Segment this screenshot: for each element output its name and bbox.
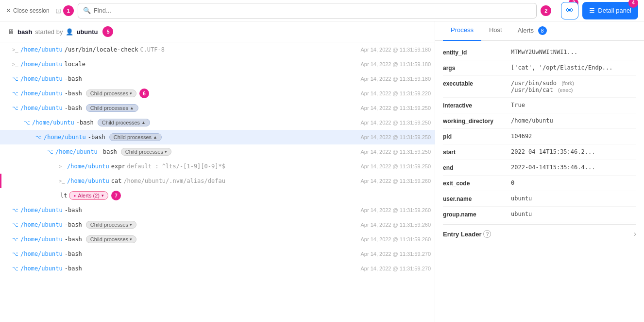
top-bar: ✕ Close session ⊡ 1 🔍 2 3 👁 4 ☰ Detail p… [0,0,644,21]
detail-row: args['cat', '/opt/Elastic/Endp... [443,60,636,76]
detail-row: user.nameubuntu [443,191,636,207]
tab-process[interactable]: Process [443,21,481,41]
row-path: /home/ubuntu [20,236,63,243]
started-by-label: started by [35,28,63,36]
process-icon: ⌥ [47,149,53,155]
chevron-icon: ▾ [165,149,167,154]
process-icon: ⌥ [12,207,18,214]
child-processes-badge[interactable]: Child processes ▾ [86,235,136,243]
process-row[interactable]: ⌥/home/ubuntu -bashChild processes ▲Apr … [0,115,435,130]
detail-value: /usr/bin/sudo (fork)/usr/bin/cat (exec) [511,80,574,93]
entry-leader-label: Entry Leader [443,231,481,238]
tab-host[interactable]: Host [481,21,510,41]
process-row[interactable]: >_/home/ubuntu cat /home/ubuntu/.nvm/ali… [0,174,435,188]
process-row[interactable]: ⌥/home/ubuntu -bashApr 14, 2022 @ 11:31:… [0,203,435,217]
child-processes-label: Child processes [90,222,128,228]
detail-label: group.name [443,211,511,218]
row-timestamp: Apr 14, 2022 @ 11:31:59.180 [356,47,431,53]
row-timestamp: Apr 14, 2022 @ 11:31:59.250 [356,149,431,155]
detail-row: executable/usr/bin/sudo (fork)/usr/bin/c… [443,76,636,98]
row-cmd: -bash [76,119,94,126]
child-processes-badge[interactable]: Child processes ▾ [86,89,136,97]
process-row[interactable]: ⌥/home/ubuntu -bashChild processes ▾Apr … [0,217,435,232]
row-cmd: lt [60,192,67,199]
shell-icon: >_ [12,47,18,53]
entry-leader-row[interactable]: Entry Leader ? › [443,224,636,243]
detail-label: args [443,64,511,72]
search-icon: 🔍 [83,7,91,14]
process-row[interactable]: >_/home/ubuntu expr default : ^lts/-[1-9… [0,159,435,174]
process-row[interactable]: ⌥/home/ubuntu -bashApr 14, 2022 @ 11:31:… [0,261,435,276]
badge-5: 5 [102,26,113,37]
process-row[interactable]: ⌥/home/ubuntu -bashApr 14, 2022 @ 11:31:… [0,247,435,261]
detail-label: executable [443,80,511,87]
row-cmd: -bash [65,236,82,243]
detail-value: /home/ubuntu [511,117,553,124]
child-processes-badge[interactable]: Child processes ▾ [121,148,171,156]
alert-red-bar [0,174,1,188]
top-right-actions: 3 👁 4 ☰ Detail panel [561,2,638,19]
row-cmd: -bash [65,250,82,257]
process-row[interactable]: ⌥/home/ubuntu -bashChild processes ▲Apr … [0,130,435,144]
close-session-button[interactable]: ✕ Close session [6,7,50,14]
row-timestamp: Apr 14, 2022 @ 11:31:59.260 [356,222,431,228]
child-processes-label: Child processes [125,149,163,155]
process-row[interactable]: ⌥/home/ubuntu -bashChild processes ▲Apr … [0,101,435,115]
detail-value: 2022-04-14T15:35:46.2... [511,148,595,155]
row-path: /home/ubuntu [55,148,98,155]
child-processes-badge[interactable]: Child processes ▲ [109,133,162,141]
close-icon: ✕ [6,7,11,14]
process-row[interactable]: ⌥/home/ubuntu -bashApr 14, 2022 @ 11:31:… [0,72,435,86]
row-path: /home/ubuntu [20,207,63,214]
child-processes-label: Child processes [90,236,128,242]
process-row[interactable]: ⌥/home/ubuntu -bashChild processes ▾Apr … [0,232,435,247]
detail-panel-btn-wrapper: 4 ☰ Detail panel [582,2,638,19]
child-processes-label: Child processes [114,134,152,140]
detail-row: interactiveTrue [443,98,636,113]
detail-value: MTMwY2UwNWItNWI1... [511,49,577,55]
child-processes-badge[interactable]: Child processes ▲ [86,104,138,112]
row-timestamp: Apr 14, 2022 @ 11:31:59.180 [356,76,431,82]
process-row[interactable]: lt●Alerts (2) ▾7 [0,188,435,203]
process-row[interactable]: >_/home/ubuntu /usr/bin/locale-check C.U… [0,42,435,57]
row-path: /home/ubuntu [20,250,63,257]
process-icon: ⌥ [23,120,30,126]
exec-label: (exec) [558,87,573,93]
shell-icon: >_ [58,178,65,184]
process-icon: ⌥ [35,134,42,141]
row-timestamp: Apr 14, 2022 @ 11:31:59.270 [356,251,431,257]
detail-label: working_directory [443,117,511,125]
process-row[interactable]: >_/home/ubuntu localeApr 14, 2022 @ 11:3… [0,57,435,72]
row-path: /home/ubuntu [20,46,63,53]
detail-row: exit_code0 [443,176,636,191]
row-cmd: cat [111,178,122,184]
process-icon: ⌥ [12,105,18,111]
detail-label: exit_code [443,179,511,187]
row-timestamp: Apr 14, 2022 @ 11:31:59.250 [356,163,431,169]
row-args: C.UTF-8 [140,46,165,53]
row-cmd: -bash [65,90,82,97]
search-input[interactable] [94,7,532,14]
tab-alerts[interactable]: Alerts 8 [510,21,555,41]
process-row[interactable]: ⌥/home/ubuntu -bashChild processes ▾6Apr… [0,86,435,101]
chevron-icon: ▾ [130,237,132,242]
row-path: /home/ubuntu [67,178,109,184]
shell-icon: >_ [12,61,18,67]
detail-label: user.name [443,195,511,202]
help-icon[interactable]: ? [483,230,491,238]
row-args: /home/ubuntu/.nvm/alias/defau [123,178,225,184]
alerts-badge[interactable]: ●Alerts (2) ▾ [69,191,108,200]
row-path: /home/ubuntu [44,134,86,141]
right-panel: Process Host Alerts 8 entity_idMTMwY2UwN… [435,21,644,322]
eye-btn-wrapper: 3 👁 [561,2,578,19]
row-cmd: -bash [65,221,82,228]
row-path: /home/ubuntu [20,61,63,68]
child-processes-badge[interactable]: Child processes ▲ [98,119,150,126]
list-icon: ☰ [589,7,595,14]
session-icon: ⊡ [55,7,61,15]
eye-button[interactable]: 👁 [561,2,578,19]
detail-panel-label: Detail panel [598,7,631,14]
process-row[interactable]: ⌥/home/ubuntu -bashChild processes ▾Apr … [0,144,435,159]
row-cmd: -bash [65,265,82,272]
child-processes-badge[interactable]: Child processes ▾ [86,221,136,229]
